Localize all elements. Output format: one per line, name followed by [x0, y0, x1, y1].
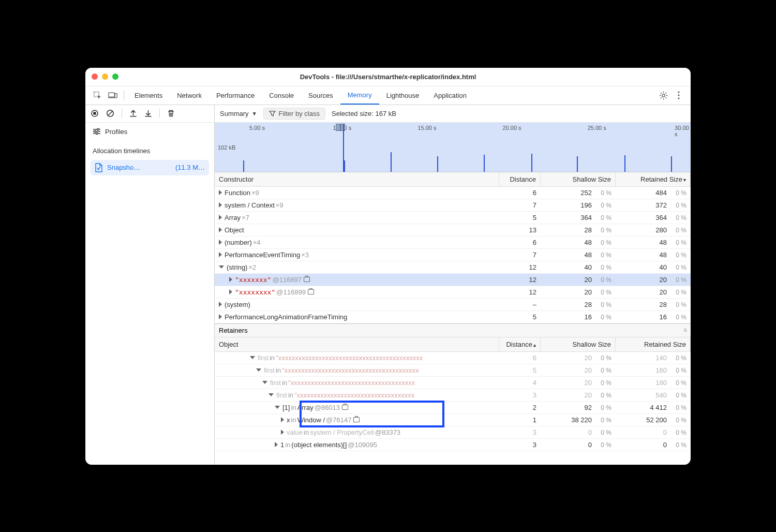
cell: 7: [499, 249, 541, 261]
chevron-right-icon[interactable]: [281, 430, 284, 435]
chevron-right-icon[interactable]: [229, 289, 232, 294]
chevron-right-icon[interactable]: [219, 190, 222, 195]
kebab-icon[interactable]: [674, 91, 683, 100]
chevron-right-icon[interactable]: [219, 202, 222, 208]
sidebar-item-snapshot[interactable]: Snapsho… (11.3 M…: [91, 160, 209, 175]
table-row[interactable]: first in "xxxxxxxxxxxxxxxxxxxxxxxxxxxxxx…: [215, 377, 691, 389]
record-icon[interactable]: [91, 109, 99, 117]
retain-value: "xxxxxxxxxxxxxxxxxxxxxxxxxxxxxxxxxxx: [294, 391, 414, 399]
device-icon[interactable]: [108, 91, 117, 100]
trash-icon[interactable]: [167, 109, 175, 117]
clear-icon[interactable]: [106, 109, 114, 117]
chevron-right-icon[interactable]: [275, 442, 278, 447]
tab-console[interactable]: Console: [262, 86, 301, 105]
hamburger-icon[interactable]: ≡: [683, 327, 687, 334]
row-name: Function: [225, 189, 250, 197]
chevron-down-icon[interactable]: [256, 368, 261, 372]
cell: 3640 %: [541, 212, 616, 224]
cell: 2: [499, 402, 541, 413]
col-constructor[interactable]: Constructor: [215, 172, 499, 186]
tab-network[interactable]: Network: [170, 86, 209, 105]
table-row[interactable]: (string) ×212400 %400 %: [215, 261, 691, 274]
table-row[interactable]: first in "xxxxxxxxxxxxxxxxxxxxxxxxxxxxxx…: [215, 389, 691, 402]
table-row[interactable]: PerformanceLongAnimationFrameTiming5160 …: [215, 311, 691, 323]
table-row[interactable]: (number) ×46480 %480 %: [215, 237, 691, 249]
cell: 160 %: [616, 311, 691, 323]
timeline-bar: [243, 160, 244, 172]
table-row[interactable]: Object13280 %2800 %: [215, 224, 691, 237]
chevron-right-icon[interactable]: [219, 240, 222, 245]
table-row[interactable]: Array ×753640 %3640 %: [215, 212, 691, 224]
row-name: (system): [225, 301, 250, 308]
tab-memory[interactable]: Memory: [340, 86, 379, 105]
chevron-right-icon[interactable]: [219, 314, 222, 319]
chevron-down-icon[interactable]: [219, 265, 224, 269]
svg-point-5: [678, 91, 679, 93]
cell: 3: [499, 426, 541, 438]
svg-rect-17: [96, 133, 98, 135]
col-shallow-size[interactable]: Shallow Size: [541, 172, 616, 186]
tab-application[interactable]: Application: [426, 86, 474, 105]
table-row[interactable]: value in system / PropertyCell @83373300…: [215, 426, 691, 439]
tab-sources[interactable]: Sources: [301, 86, 340, 105]
summary-dropdown[interactable]: Summary ▼: [220, 110, 257, 117]
col-retained-size[interactable]: Retained Size: [616, 172, 691, 186]
profiles-section[interactable]: Profiles: [85, 123, 214, 141]
table-row[interactable]: x in Window / @76147 138 2200 %52 2000 %: [215, 414, 691, 426]
svg-line-11: [108, 111, 113, 116]
tab-elements[interactable]: Elements: [127, 86, 170, 105]
cell: 480 %: [616, 237, 691, 248]
cell: 1: [499, 414, 541, 426]
gear-icon[interactable]: [659, 91, 668, 100]
svg-point-7: [678, 97, 679, 99]
col-shallow-r[interactable]: Shallow Size: [541, 337, 616, 351]
table-row[interactable]: Function ×962520 %4840 %: [215, 187, 691, 199]
devtools-window: DevTools - file:///Users/stmarthe/x-repl…: [85, 68, 691, 465]
tab-lighthouse[interactable]: Lighthouse: [379, 86, 427, 105]
summary-label: Summary: [220, 110, 249, 117]
upload-icon[interactable]: [129, 109, 137, 117]
col-distance-r[interactable]: Distance: [499, 337, 541, 351]
zoom-icon[interactable]: [112, 73, 118, 80]
chevron-right-icon[interactable]: [281, 417, 284, 422]
chevron-right-icon[interactable]: [219, 215, 222, 220]
chevron-down-icon[interactable]: [268, 393, 274, 396]
chevron-down-icon[interactable]: [250, 356, 255, 359]
cell: 200 %: [616, 274, 691, 286]
cell: 1960 %: [541, 199, 616, 211]
table-row[interactable]: "xxxxxxxx" @116899 12200 %200 %: [215, 286, 691, 299]
table-row[interactable]: "xxxxxxx" @116897 12200 %200 %: [215, 274, 691, 286]
close-icon[interactable]: [92, 73, 98, 80]
table-row[interactable]: 1 in (object elements)[] @109095300 %00 …: [215, 439, 691, 451]
row-suffix: ×3: [301, 251, 309, 259]
chevron-right-icon[interactable]: [219, 302, 222, 307]
row-name: "xxxxxxxx": [235, 288, 275, 296]
chevron-right-icon[interactable]: [219, 227, 222, 232]
minimize-icon[interactable]: [102, 73, 108, 80]
profiles-label: Profiles: [105, 128, 127, 136]
chevron-down-icon[interactable]: [262, 381, 267, 384]
table-row[interactable]: [1] in Array @86013 2920 %4 4120 %: [215, 402, 691, 414]
table-row[interactable]: first in "xxxxxxxxxxxxxxxxxxxxxxxxxxxxxx…: [215, 352, 691, 364]
col-retained-r[interactable]: Retained Size: [616, 337, 691, 351]
download-icon[interactable]: [144, 109, 152, 117]
timeline-handle-left[interactable]: [336, 124, 340, 131]
col-object[interactable]: Object: [215, 337, 499, 351]
svg-rect-3: [115, 94, 117, 98]
chevron-right-icon[interactable]: [219, 252, 222, 257]
chevron-down-icon[interactable]: [275, 406, 280, 409]
cell: 200 %: [541, 389, 616, 401]
table-row[interactable]: PerformanceEventTiming ×37480 %480 %: [215, 249, 691, 261]
cell: 00 %: [541, 439, 616, 451]
filter-input[interactable]: Filter by class: [263, 108, 325, 120]
chevron-right-icon[interactable]: [229, 277, 232, 282]
timeline[interactable]: 5.00 s10.00 s15.00 s20.00 s25.00 s30.00 …: [215, 123, 691, 172]
inspect-icon[interactable]: [93, 91, 102, 100]
col-distance[interactable]: Distance: [499, 172, 541, 186]
tab-performance[interactable]: Performance: [209, 86, 262, 105]
table-row[interactable]: system / Context ×971960 %3720 %: [215, 199, 691, 212]
constructor-table-header: Constructor Distance Shallow Size Retain…: [215, 172, 691, 187]
table-row[interactable]: (system)–280 %280 %: [215, 299, 691, 311]
table-row[interactable]: first in "xxxxxxxxxxxxxxxxxxxxxxxxxxxxxx…: [215, 364, 691, 377]
cell: 00 %: [541, 426, 616, 438]
